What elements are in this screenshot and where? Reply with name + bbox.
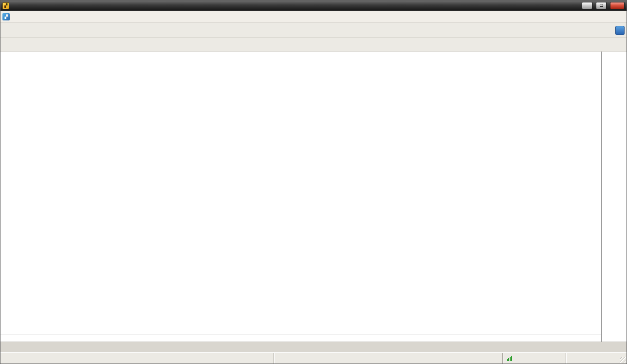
chart-area: [0, 52, 627, 342]
application-window: ▞ ▞: [0, 0, 627, 364]
resize-grip[interactable]: [620, 357, 626, 363]
window-maximize-button[interactable]: [596, 2, 607, 9]
maximize-icon: [600, 4, 603, 7]
community-icon[interactable]: [615, 26, 625, 35]
app-icon: ▞: [2, 2, 9, 9]
status-help: [0, 353, 274, 364]
chart-tabs: [0, 342, 627, 352]
status-bar: [0, 352, 627, 364]
status-empty: [566, 353, 627, 364]
menu-bar: ▞: [0, 11, 627, 23]
traffic-icon: [507, 356, 512, 361]
menu-chart-icon: ▞: [2, 13, 10, 20]
status-profile[interactable]: [274, 353, 503, 364]
time-axis[interactable]: [0, 334, 601, 342]
toolbar-line-studies: [0, 38, 627, 52]
window-minimize-button[interactable]: [582, 2, 592, 9]
toolbar-main: [0, 23, 627, 38]
title-bar: ▞: [0, 0, 627, 11]
chart-plot[interactable]: [0, 52, 601, 342]
status-traffic: [503, 353, 566, 364]
window-close-button[interactable]: [610, 2, 625, 9]
price-scale[interactable]: [601, 52, 627, 342]
